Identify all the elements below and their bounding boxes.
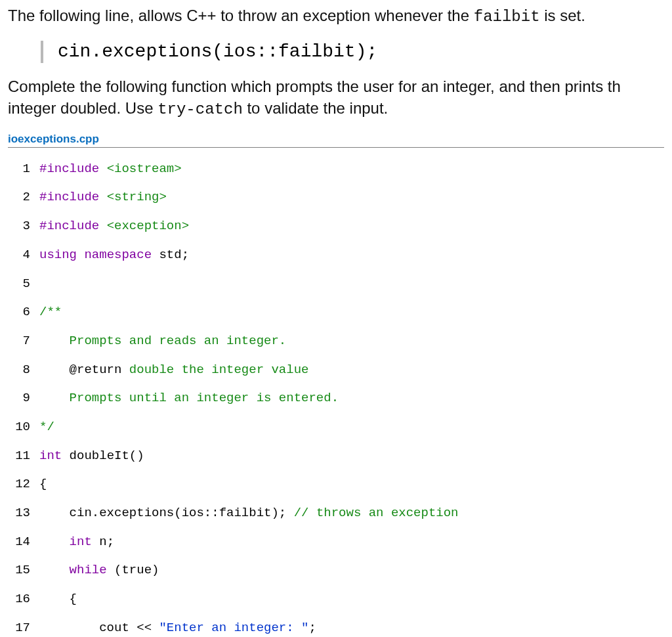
- intro1-pre: The following line, allows C++ to throw …: [8, 7, 474, 24]
- include-hdr: <string>: [107, 190, 167, 204]
- kw-while: while: [39, 563, 107, 577]
- line-number: 1: [8, 162, 39, 177]
- filename-label: ioexceptions.cpp: [8, 132, 664, 148]
- code-text: n;: [92, 535, 114, 549]
- code-text: {: [39, 477, 47, 492]
- code-text: doubleIt(): [62, 449, 144, 463]
- line-number: 6: [8, 305, 39, 320]
- line-number: 17: [8, 621, 39, 636]
- intro-paragraph-2: Complete the following function which pr…: [8, 76, 664, 120]
- line-number: 15: [8, 563, 39, 578]
- include-kw: #include: [39, 190, 107, 204]
- include-kw: #include: [39, 219, 107, 233]
- line-number: 2: [8, 190, 39, 205]
- intro-paragraph-1: The following line, allows C++ to throw …: [8, 5, 664, 28]
- comment: // throws an exception: [294, 506, 459, 520]
- intro1-post: is set.: [540, 7, 585, 24]
- comment: /**: [39, 305, 62, 320]
- line-number: 14: [8, 535, 39, 550]
- line-number: 4: [8, 248, 39, 263]
- include-hdr: <exception>: [107, 219, 189, 233]
- comment: */: [39, 420, 54, 435]
- inline-code-trycatch: try-catch: [158, 100, 243, 118]
- line-number: 3: [8, 219, 39, 234]
- code-text: {: [39, 592, 77, 607]
- code-text: cin.exceptions(ios::failbit);: [39, 506, 294, 520]
- snippet-bar-icon: [41, 41, 43, 63]
- line-number: 11: [8, 449, 39, 464]
- code-snippet-row: cin.exceptions(ios::failbit);: [41, 39, 664, 64]
- doc-desc: double the integer value: [129, 362, 309, 377]
- code-text: cout <<: [39, 621, 159, 635]
- line-number: 8: [8, 363, 39, 378]
- kw-using: using: [39, 248, 84, 262]
- line-number: 7: [8, 334, 39, 349]
- inline-code-failbit: failbit: [474, 8, 540, 26]
- line-number: 10: [8, 420, 39, 435]
- line-number: 13: [8, 506, 39, 521]
- line-number: 5: [8, 277, 39, 292]
- include-kw: #include: [39, 162, 107, 176]
- comment: Prompts and reads an integer.: [39, 334, 286, 349]
- kw-int: int: [39, 535, 92, 549]
- intro2-post: to validate the input.: [243, 99, 388, 117]
- code-text: std;: [152, 248, 189, 262]
- line-number: 16: [8, 592, 39, 607]
- include-hdr: <iostream>: [107, 162, 182, 176]
- code-text: (true): [107, 563, 159, 577]
- line-number: 12: [8, 477, 39, 492]
- doc-tag: @return: [39, 362, 129, 377]
- kw-int: int: [39, 449, 62, 463]
- code-snippet: cin.exceptions(ios::failbit);: [58, 39, 377, 64]
- line-number: 9: [8, 391, 39, 406]
- string-literal: "Enter an integer: ": [159, 621, 308, 635]
- code-block: 1#include <iostream> 2#include <string> …: [8, 148, 664, 637]
- kw-namespace: namespace: [84, 248, 152, 262]
- comment: Prompts until an integer is entered.: [39, 391, 339, 406]
- code-text: ;: [308, 621, 316, 635]
